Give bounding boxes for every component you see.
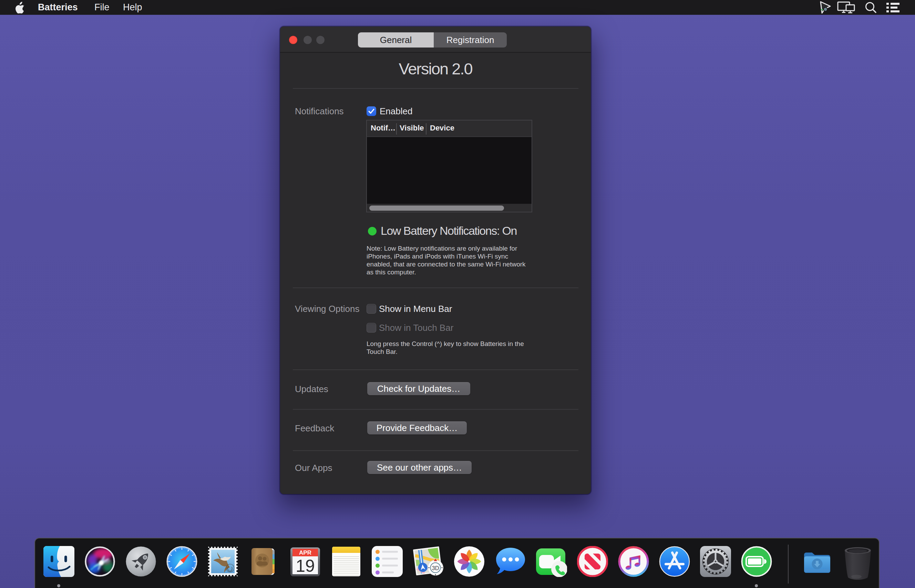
svg-text:19: 19 xyxy=(296,556,315,576)
svg-text:APR: APR xyxy=(299,549,311,556)
svg-text:3D: 3D xyxy=(432,565,439,571)
